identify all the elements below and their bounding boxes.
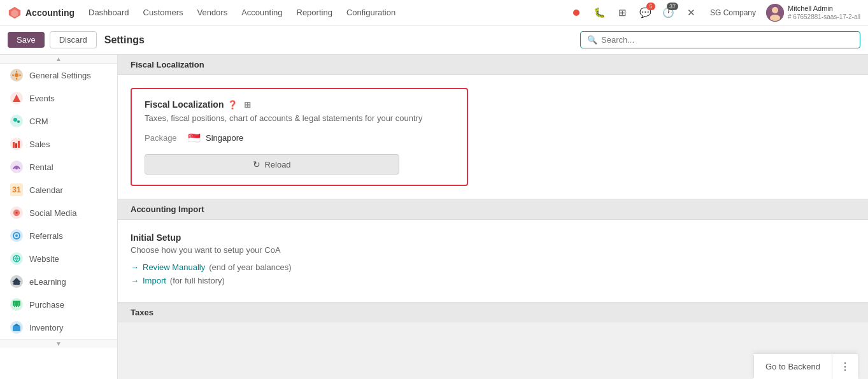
rental-icon [10, 161, 23, 173]
sidebar-item-social-media[interactable]: Social Media [0, 201, 117, 224]
svg-point-5 [15, 73, 18, 77]
nav-reporting[interactable]: Reporting [290, 5, 339, 20]
save-button[interactable]: Save [8, 32, 45, 48]
search-icon: 🔍 [587, 35, 597, 45]
user-menu[interactable]: Mitchell Admin # 67652881-saas-17-2-all [766, 4, 860, 22]
reload-label: Reload [264, 160, 290, 169]
nav-vendors[interactable]: Vendors [190, 5, 234, 20]
svg-rect-27 [13, 326, 20, 331]
taxes-section-title: Taxes [131, 308, 153, 317]
sidebar-item-rental[interactable]: Rental [0, 155, 117, 178]
nav-accounting[interactable]: Accounting [235, 5, 288, 20]
accounting-import-title: Accounting Import [131, 204, 204, 214]
chat-badge: 5 [646, 3, 655, 10]
svg-rect-21 [13, 282, 20, 285]
sidebar-item-general-settings[interactable]: General Settings [0, 64, 117, 87]
svg-marker-28 [13, 324, 20, 326]
crm-icon [10, 115, 23, 127]
app-logo-icon [8, 6, 22, 20]
content-area: Fiscal Localization Fiscal Localization … [118, 55, 868, 379]
sidebar-item-sales[interactable]: Sales [0, 132, 117, 155]
nav-customers[interactable]: Customers [137, 5, 190, 20]
sidebar-label-referrals: Referrals [29, 231, 63, 241]
user-name: Mitchell Admin [788, 4, 860, 13]
sidebar-label-purchase: Purchase [29, 300, 64, 310]
sidebar-label-rental: Rental [29, 162, 53, 172]
reload-icon: ↻ [253, 159, 260, 169]
chat-icon[interactable]: 💬 5 [636, 4, 654, 22]
recording-icon[interactable] [567, 4, 585, 22]
svg-point-16 [15, 167, 18, 169]
sidebar-item-purchase[interactable]: Purchase [0, 293, 117, 316]
fiscal-package: Package 🇸🇬 Singapore [145, 132, 454, 144]
goto-backend-button[interactable]: Go to Backend [753, 355, 832, 378]
help-icon[interactable]: ❓ [227, 100, 238, 110]
svg-point-11 [13, 118, 17, 122]
accounting-import-section-header: Accounting Import [118, 199, 868, 220]
svg-point-18 [15, 234, 18, 237]
initial-setup-title: Initial Setup [131, 232, 855, 243]
app-logo[interactable]: Accounting [8, 6, 75, 20]
svg-rect-8 [12, 75, 14, 76]
nav-dashboard[interactable]: Dashboard [82, 5, 136, 20]
nav-icons: 🐛 ⊞ 💬 5 🕐 37 ✕ SG Company Mitchell Admin… [567, 4, 860, 22]
sidebar-label-elearning: eLearning [29, 277, 66, 287]
sidebar-item-referrals[interactable]: Referrals [0, 224, 117, 247]
activity-icon[interactable]: 🕐 37 [659, 4, 677, 22]
apps-icon[interactable]: ⊞ [613, 4, 631, 22]
svg-rect-13 [13, 142, 15, 148]
search-input[interactable] [601, 35, 853, 45]
svg-rect-9 [19, 75, 21, 76]
sidebar-item-events[interactable]: Events [0, 87, 117, 110]
general-settings-icon [10, 69, 23, 82]
accounting-import-body: Initial Setup Choose how you want to set… [118, 220, 868, 303]
taxes-section-header: Taxes [118, 303, 868, 322]
svg-rect-25 [16, 303, 17, 307]
sidebar-item-elearning[interactable]: eLearning [0, 270, 117, 293]
sidebar-label-events: Events [29, 94, 55, 103]
sidebar-scroll-up[interactable]: ▲ [0, 55, 117, 64]
top-nav: Accounting Dashboard Customers Vendors A… [0, 0, 868, 25]
sidebar-item-inventory[interactable]: Inventory [0, 316, 117, 339]
sidebar: ▲ General Settings Events CRM Sales [0, 55, 118, 379]
sales-icon [10, 138, 23, 150]
sidebar-label-crm: CRM [29, 117, 48, 126]
calendar-icon: 31 [10, 183, 23, 196]
import-text: Import [143, 276, 166, 285]
goto-backend-more-button[interactable]: ⋮ [832, 354, 858, 379]
import-arrow-icon: → [131, 276, 139, 285]
sidebar-item-crm[interactable]: CRM [0, 110, 117, 132]
svg-marker-10 [13, 94, 20, 102]
reload-button[interactable]: ↻ Reload [145, 154, 399, 175]
fiscal-card-desc: Taxes, fiscal positions, chart of accoun… [145, 113, 454, 123]
purchase-icon [10, 298, 23, 311]
svg-rect-15 [18, 141, 20, 148]
close-icon[interactable]: ✕ [682, 4, 700, 22]
sidebar-label-calendar: Calendar [29, 185, 63, 195]
package-name: Singapore [206, 133, 243, 143]
svg-rect-24 [14, 303, 15, 307]
svg-point-12 [17, 120, 20, 123]
elearning-icon [10, 275, 23, 288]
debug-icon[interactable]: 🐛 [590, 4, 608, 22]
review-manually-link[interactable]: → Review Manually (end of year balances) [131, 262, 855, 272]
package-flag: 🇸🇬 [188, 132, 201, 144]
user-sub: # 67652881-saas-17-2-all [788, 13, 860, 21]
import-suffix: (for full history) [170, 276, 225, 285]
discard-button[interactable]: Discard [50, 31, 97, 48]
sidebar-item-calendar[interactable]: 31 Calendar [0, 178, 117, 201]
page-title: Settings [104, 34, 145, 46]
sidebar-scroll-down[interactable]: ▼ [0, 339, 117, 348]
company-name: SG Company [710, 8, 756, 17]
main-nav: Dashboard Customers Vendors Accounting R… [82, 5, 402, 20]
user-info: Mitchell Admin # 67652881-saas-17-2-all [788, 4, 860, 21]
referrals-icon [10, 229, 23, 242]
nav-configuration[interactable]: Configuration [340, 5, 402, 20]
fiscal-card-title: Fiscal Localization ❓ ⊞ [145, 99, 454, 110]
import-link[interactable]: → Import (for full history) [131, 276, 855, 285]
fiscal-card-title-text: Fiscal Localization [145, 99, 224, 110]
grid-icon[interactable]: ⊞ [244, 100, 251, 110]
svg-rect-14 [15, 143, 17, 148]
sidebar-label-social-media: Social Media [29, 208, 76, 218]
sidebar-item-website[interactable]: Website [0, 247, 117, 270]
